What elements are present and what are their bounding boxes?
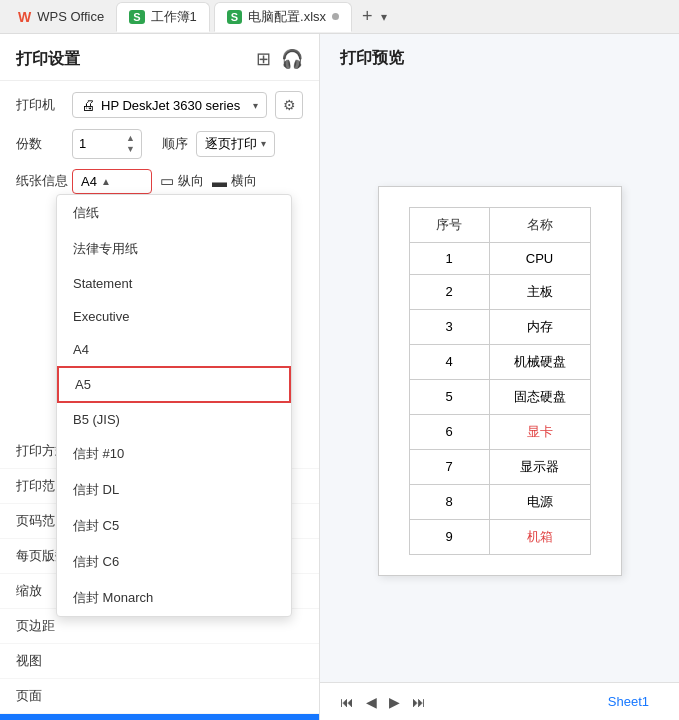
tab-bar: W WPS Office S 工作簿1 S 电脑配置.xlsx + ▾ xyxy=(0,0,679,34)
wps-icon: W xyxy=(18,9,31,25)
copies-input[interactable]: 1 ▲ ▼ xyxy=(72,129,142,159)
tab-chevron[interactable]: ▾ xyxy=(381,10,387,24)
dropdown-item-envc5[interactable]: 信封 C5 xyxy=(57,508,291,544)
row7-num: 7 xyxy=(409,449,489,484)
paper-value: A4 xyxy=(81,174,97,189)
row5-name: 固态硬盘 xyxy=(489,379,590,414)
table-row: 6 显卡 xyxy=(409,414,590,449)
panel-header: 打印设置 ⊞ 🎧 xyxy=(0,34,319,81)
tab-wps[interactable]: W WPS Office xyxy=(6,2,116,32)
nav-last-button[interactable]: ⏭ xyxy=(408,692,430,712)
printer-select[interactable]: 🖨 HP DeskJet 3630 series ▾ xyxy=(72,92,267,118)
row6-name: 显卡 xyxy=(489,414,590,449)
row7-name: 显示器 xyxy=(489,449,590,484)
tab-workbook1[interactable]: S 工作簿1 xyxy=(116,2,210,32)
preview-title: 打印预览 xyxy=(320,34,679,79)
order-label: 顺序 xyxy=(162,135,188,153)
print-settings-panel: 打印设置 ⊞ 🎧 打印机 🖨 HP DeskJet 3630 series ▾ … xyxy=(0,34,320,720)
paper-label: 纸张信息 xyxy=(16,172,72,190)
s-icon-workbook: S xyxy=(129,10,144,24)
preview-table-wrapper: 序号 名称 1 CPU 2 主板 xyxy=(378,186,622,576)
dropdown-item-monarch[interactable]: 信封 Monarch xyxy=(57,580,291,616)
paper-arrow-up: ▲ xyxy=(101,176,111,187)
copies-row: 份数 1 ▲ ▼ 顺序 逐页打印 ▾ xyxy=(16,129,303,159)
layout-icon[interactable]: ⊞ xyxy=(256,48,271,70)
paper-dropdown-container: A4 ▲ 信纸 法律专用纸 Statement Executive A4 A5 … xyxy=(72,169,152,194)
portrait-button[interactable]: ▭ 纵向 xyxy=(160,172,204,190)
nav-arrows: ⏮ ◀ ▶ ⏭ xyxy=(336,692,430,712)
row9-num: 9 xyxy=(409,519,489,554)
nav-first-button[interactable]: ⏮ xyxy=(336,692,358,712)
sheet1-tab[interactable]: Sheet1 xyxy=(594,691,663,712)
paper-control: A4 ▲ 信纸 法律专用纸 Statement Executive A4 A5 … xyxy=(72,169,303,194)
preview-content: 序号 名称 1 CPU 2 主板 xyxy=(320,79,679,682)
row6-num: 6 xyxy=(409,414,489,449)
order-value: 逐页打印 xyxy=(205,135,257,153)
dropdown-item-envdl[interactable]: 信封 DL xyxy=(57,472,291,508)
nav-next-button[interactable]: ▶ xyxy=(385,692,404,712)
row9-name: 机箱 xyxy=(489,519,590,554)
paper-select[interactable]: A4 ▲ xyxy=(72,169,152,194)
tab-dot xyxy=(332,13,339,20)
dropdown-item-b5[interactable]: B5 (JIS) xyxy=(57,403,291,436)
print-button[interactable]: 打 印 xyxy=(0,714,319,720)
sidebar-item-page[interactable]: 页面 xyxy=(0,679,319,714)
dropdown-item-statement[interactable]: Statement xyxy=(57,267,291,300)
nav-prev-button[interactable]: ◀ xyxy=(362,692,381,712)
copies-value: 1 xyxy=(79,136,86,151)
row4-num: 4 xyxy=(409,344,489,379)
row8-num: 8 xyxy=(409,484,489,519)
row1-name: CPU xyxy=(489,242,590,274)
gear-icon: ⚙ xyxy=(283,97,296,113)
printer-settings-button[interactable]: ⚙ xyxy=(275,91,303,119)
portrait-icon: ▭ xyxy=(160,172,174,190)
copies-up-arrow[interactable]: ▲ xyxy=(126,133,135,144)
copies-down-arrow[interactable]: ▼ xyxy=(126,144,135,155)
preview-table: 序号 名称 1 CPU 2 主板 xyxy=(409,207,591,555)
table-row: 2 主板 xyxy=(409,274,590,309)
sidebar-item-view[interactable]: 视图 xyxy=(0,644,319,679)
settings-section: 打印机 🖨 HP DeskJet 3630 series ▾ ⚙ 份数 xyxy=(0,81,319,204)
row8-name: 电源 xyxy=(489,484,590,519)
printer-row: 打印机 🖨 HP DeskJet 3630 series ▾ ⚙ xyxy=(16,91,303,119)
dropdown-item-a4[interactable]: A4 xyxy=(57,333,291,366)
paper-dropdown-menu: 信纸 法律专用纸 Statement Executive A4 A5 B5 (J… xyxy=(56,194,292,617)
printer-icon: 🖨 xyxy=(81,97,95,113)
tab-workbook1-label: 工作簿1 xyxy=(151,8,197,26)
dropdown-item-xin[interactable]: 信纸 xyxy=(57,195,291,231)
table-row: 8 电源 xyxy=(409,484,590,519)
dropdown-item-envc6[interactable]: 信封 C6 xyxy=(57,544,291,580)
row2-name: 主板 xyxy=(489,274,590,309)
landscape-button[interactable]: ▬ 横向 xyxy=(212,172,257,190)
printer-control: 🖨 HP DeskJet 3630 series ▾ ⚙ xyxy=(72,91,303,119)
order-chevron: ▾ xyxy=(261,138,266,149)
row2-num: 2 xyxy=(409,274,489,309)
dropdown-item-executive[interactable]: Executive xyxy=(57,300,291,333)
main-area: 打印设置 ⊞ 🎧 打印机 🖨 HP DeskJet 3630 series ▾ … xyxy=(0,34,679,720)
dropdown-item-a5[interactable]: A5 xyxy=(57,366,291,403)
tab-pcconfig[interactable]: S 电脑配置.xlsx xyxy=(214,2,352,32)
order-select[interactable]: 逐页打印 ▾ xyxy=(196,131,275,157)
table-row: 7 显示器 xyxy=(409,449,590,484)
portrait-label: 纵向 xyxy=(178,172,204,190)
sheet-tabs: Sheet1 xyxy=(594,691,663,712)
landscape-label: 横向 xyxy=(231,172,257,190)
panel-icons: ⊞ 🎧 xyxy=(256,48,303,70)
row5-num: 5 xyxy=(409,379,489,414)
col-header-num: 序号 xyxy=(409,207,489,242)
table-row: 1 CPU xyxy=(409,242,590,274)
table-row: 4 机械硬盘 xyxy=(409,344,590,379)
dropdown-item-law[interactable]: 法律专用纸 xyxy=(57,231,291,267)
tab-add-button[interactable]: + xyxy=(356,6,379,27)
tab-wps-label: WPS Office xyxy=(37,9,104,24)
row3-name: 内存 xyxy=(489,309,590,344)
printer-chevron: ▾ xyxy=(253,100,258,111)
paper-row: 纸张信息 A4 ▲ 信纸 法律专用纸 Statement Executive xyxy=(16,169,303,194)
table-row: 5 固态硬盘 xyxy=(409,379,590,414)
dropdown-item-env10[interactable]: 信封 #10 xyxy=(57,436,291,472)
copies-label: 份数 xyxy=(16,135,72,153)
row1-num: 1 xyxy=(409,242,489,274)
headset-icon[interactable]: 🎧 xyxy=(281,48,303,70)
table-row: 3 内存 xyxy=(409,309,590,344)
copies-arrows: ▲ ▼ xyxy=(126,133,135,155)
